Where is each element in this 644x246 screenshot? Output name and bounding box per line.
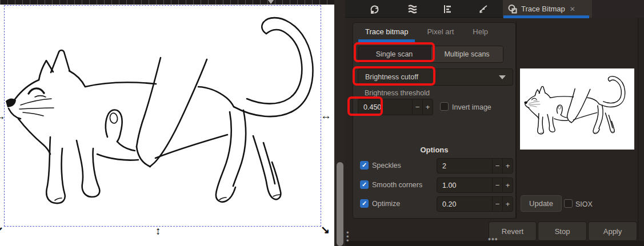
- decrement-button[interactable]: −: [492, 197, 502, 211]
- multiple-scans-button[interactable]: Multiple scans: [430, 46, 503, 62]
- scale-handle-bottom-left[interactable]: ↙: [0, 225, 3, 236]
- dock-tab-bar: Trace Bitmap ✕: [345, 0, 644, 18]
- update-button[interactable]: Update: [521, 195, 562, 212]
- decrement-button[interactable]: −: [492, 159, 502, 173]
- trace-preview-image: [522, 71, 632, 147]
- dock-tab-active-underline: [503, 15, 589, 18]
- increment-button[interactable]: +: [502, 159, 513, 173]
- annotation-box-single-scan: [354, 42, 435, 62]
- optimize-label: Optimize: [372, 200, 400, 208]
- chevron-down-icon: [499, 75, 506, 79]
- objects-icon[interactable]: [441, 3, 453, 15]
- invert-image-label: Invert image: [452, 103, 491, 111]
- speckles-value[interactable]: 2: [437, 159, 492, 173]
- undo-history-icon[interactable]: [368, 3, 381, 15]
- tab-trace-bitmap[interactable]: Trace bitmap: [358, 23, 415, 42]
- dock-tab-label: Trace Bitmap: [521, 5, 565, 13]
- annotation-box-brightness-cutoff: [353, 66, 435, 86]
- panel-column-divider: [516, 21, 517, 219]
- speckles-checkbox[interactable]: ✓: [360, 161, 369, 170]
- selection-marquee: [4, 5, 321, 227]
- tab-pixel-art[interactable]: Pixel art: [420, 23, 461, 42]
- increment-button[interactable]: +: [422, 99, 433, 115]
- canvas-area[interactable]: ↔ ↔ ↕ ↘ ↙: [0, 0, 345, 246]
- smooth-corners-value[interactable]: 1.00: [437, 178, 492, 192]
- dialog-tabs: Trace bitmap Pixel art Help: [353, 23, 515, 42]
- brightness-threshold-label: Brightness threshold: [365, 89, 430, 97]
- siox-checkbox[interactable]: [564, 199, 573, 208]
- speckles-label: Speckles: [372, 162, 401, 170]
- option-row-smooth-corners: ✓ Smooth corners 1.00 − +: [353, 178, 515, 193]
- decrement-button[interactable]: −: [412, 99, 422, 115]
- scale-handle-bottom-right[interactable]: ↘: [321, 224, 330, 235]
- trace-preview: [520, 68, 634, 150]
- tab-label: Trace bitmap: [365, 27, 408, 36]
- decrement-button[interactable]: −: [492, 178, 502, 192]
- dock-tab-bar-spacer: [592, 0, 644, 18]
- panel-expand-grip[interactable]: •••: [488, 235, 498, 244]
- trace-bitmap-panel: Trace Bitmap ✕ Trace bitmap Pixel art He…: [345, 0, 644, 246]
- scale-handle-bottom[interactable]: ↕: [155, 225, 161, 236]
- layers-icon[interactable]: [406, 3, 419, 15]
- annotation-box-threshold-value: [347, 96, 383, 116]
- trace-bitmap-icon: [507, 4, 518, 14]
- scale-handle-right[interactable]: ↔: [321, 110, 331, 121]
- smooth-corners-checkbox[interactable]: ✓: [360, 180, 369, 189]
- options-heading: Options: [353, 146, 515, 154]
- ruler-position-marker: [268, 0, 274, 4]
- tab-help[interactable]: Help: [466, 23, 495, 42]
- apply-button[interactable]: Apply: [588, 221, 637, 241]
- horizontal-ruler: [0, 0, 334, 5]
- siox-label: SIOX: [575, 200, 593, 208]
- panel-scroll-strip: [638, 18, 644, 246]
- optimize-value[interactable]: 0.20: [437, 197, 492, 211]
- vertical-scrollbar[interactable]: [337, 162, 343, 246]
- optimize-checkbox[interactable]: ✓: [360, 199, 369, 208]
- tab-label: Help: [473, 27, 488, 36]
- invert-image-checkbox[interactable]: [440, 102, 449, 111]
- speckles-spinner: 2 − +: [437, 158, 513, 174]
- canvas-gutter: [334, 0, 345, 246]
- increment-button[interactable]: +: [502, 178, 513, 192]
- scale-handle-left[interactable]: ↔: [0, 111, 6, 122]
- option-row-speckles: ✓ Speckles 2 − +: [353, 158, 515, 174]
- smooth-corners-label: Smooth corners: [372, 181, 422, 189]
- stop-button[interactable]: Stop: [538, 221, 587, 241]
- close-icon[interactable]: ✕: [570, 5, 575, 13]
- optimize-spinner: 0.20 − +: [437, 196, 513, 212]
- option-row-optimize: ✓ Optimize 0.20 − +: [353, 196, 515, 212]
- tab-label: Pixel art: [427, 27, 454, 36]
- panel-resize-grip[interactable]: •••: [346, 231, 349, 243]
- increment-button[interactable]: +: [502, 197, 513, 211]
- node-path-icon[interactable]: [477, 3, 489, 15]
- smooth-corners-spinner: 1.00 − +: [437, 178, 513, 193]
